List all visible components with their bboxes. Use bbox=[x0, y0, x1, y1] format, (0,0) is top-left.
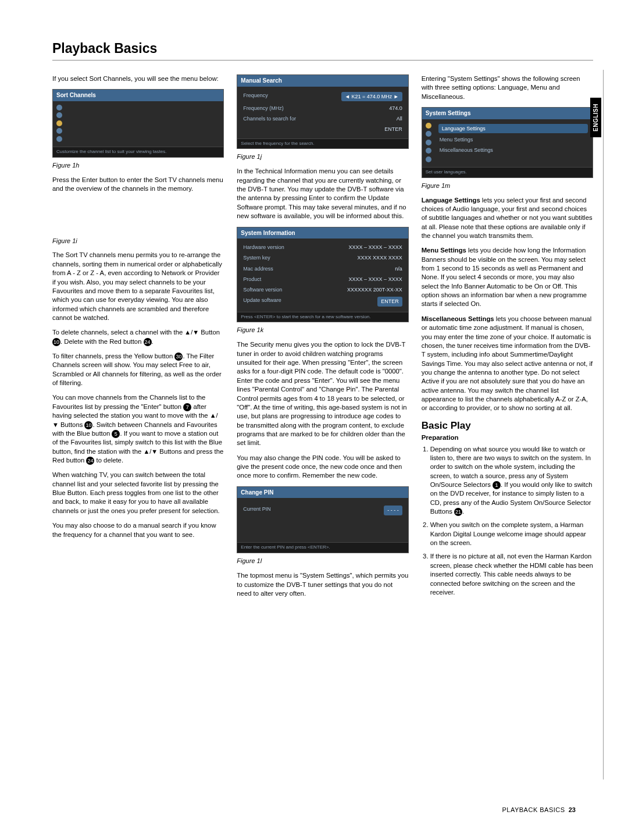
list-item: Depending on what source you would like … bbox=[430, 445, 593, 517]
screenshot-manual-search: Manual Search Frequency◄ K21 = 474.0 MHz… bbox=[237, 74, 408, 149]
text: lets you choose between manual or automa… bbox=[422, 315, 593, 412]
col1-1i-para1: The Sort TV channels menu permits you to… bbox=[52, 251, 224, 322]
callout-30: 30 bbox=[174, 353, 183, 361]
value: 474.0 bbox=[389, 105, 402, 112]
col1-intro: If you select Sort Channels, you will se… bbox=[52, 74, 224, 83]
label: Frequency bbox=[243, 92, 268, 101]
col2-p1k: The Security menu gives you the option t… bbox=[237, 340, 408, 447]
figure-1h-caption: Figure 1h bbox=[52, 161, 224, 170]
col1-filter-line: To filter channels, press the Yellow but… bbox=[52, 352, 224, 387]
figure-1l-caption: Figure 1l bbox=[237, 557, 408, 565]
label: Channels to search for bbox=[243, 115, 296, 122]
label: Current PIN bbox=[243, 506, 271, 515]
col2-p1j: In the Technical Information menu you ca… bbox=[237, 167, 408, 220]
callout-7: 7 bbox=[183, 403, 191, 411]
value: XXXX – XXXX – XXXX bbox=[349, 276, 402, 283]
text: To delete channels, select a channel wit… bbox=[52, 329, 184, 336]
col3-top: Entering "System Settings" shows the fol… bbox=[422, 74, 593, 101]
value: n/a bbox=[395, 265, 402, 272]
shot-tip: Press <ENTER> to start the search for a … bbox=[237, 312, 408, 322]
shot-header: Manual Search bbox=[237, 75, 408, 87]
misc-settings-para: Miscellaneous Settings lets you choose b… bbox=[422, 315, 593, 413]
shot-tip: Select the frequency for the search. bbox=[237, 138, 408, 149]
label: Product bbox=[243, 276, 261, 283]
columns: If you select Sort Channels, you will se… bbox=[52, 74, 593, 604]
label: Mac address bbox=[243, 265, 273, 272]
lead: Miscellaneous Settings bbox=[422, 315, 494, 322]
callout-24: 24 bbox=[144, 338, 152, 346]
text: lets you decide how long the Information… bbox=[422, 247, 587, 307]
screenshot-system-settings: System Settings Language Settings Menu S… bbox=[422, 107, 593, 177]
callout-10: 10 bbox=[52, 338, 60, 346]
freq-value: K21 = 474.0 MHz bbox=[351, 94, 392, 99]
list-item: Language Settings bbox=[438, 124, 588, 133]
figure-1j-caption: Figure 1j bbox=[237, 152, 408, 161]
text: You can move channels from the Channels … bbox=[52, 394, 205, 410]
value: XXXX XXXX XXXX bbox=[358, 254, 402, 261]
text: . Delete with the Red button bbox=[60, 338, 144, 345]
shot-header: Change PIN bbox=[237, 487, 408, 499]
text: Buttons bbox=[59, 421, 85, 428]
basic-play-heading: Basic Play bbox=[422, 419, 593, 432]
value: - - - - bbox=[384, 506, 402, 515]
menu-settings-para: Menu Settings lets you decide how long t… bbox=[422, 246, 593, 309]
value: ENTER bbox=[377, 297, 402, 306]
side-rule bbox=[603, 70, 604, 780]
arrow-icon: ▲/▼ bbox=[143, 448, 158, 455]
list-item: Menu Settings bbox=[438, 134, 588, 145]
shot-tip: Enter the current PIN and press <ENTER>. bbox=[237, 542, 408, 553]
value: All bbox=[397, 115, 402, 122]
figure-1k-caption: Figure 1k bbox=[237, 326, 408, 334]
shot-tip: Customize the channel list to suit your … bbox=[53, 147, 223, 157]
shot-header: System Settings bbox=[422, 108, 593, 119]
shot-header: System Information bbox=[237, 227, 408, 239]
col1-watching-tv: When watching TV, you can switch between… bbox=[52, 471, 224, 515]
value: ENTER bbox=[384, 126, 402, 133]
shot-header: Sort Channels bbox=[53, 90, 223, 101]
arrow-icon: ▲/▼ bbox=[184, 329, 199, 336]
label: System key bbox=[243, 254, 270, 261]
col1-delete-line: To delete channels, select a channel wit… bbox=[52, 328, 224, 346]
shot-dots bbox=[426, 123, 433, 162]
text: To filter channels, press the Yellow but… bbox=[52, 353, 174, 360]
text: Button bbox=[201, 329, 220, 336]
callout-21: 21 bbox=[454, 508, 462, 516]
title-rule bbox=[52, 60, 593, 60]
callout-24b: 24 bbox=[86, 457, 94, 465]
column-1: If you select Sort Channels, you will se… bbox=[52, 74, 224, 604]
value: XXXX – XXXX – XXXX bbox=[349, 244, 402, 251]
shot-tip: Set user languages. bbox=[422, 167, 593, 177]
col2-p1l: The topmost menu is "System Settings", w… bbox=[237, 571, 408, 598]
value: ◄ K21 = 474.0 MHz ► bbox=[341, 92, 402, 101]
col1-manual-search-note: You may also choose to do a manual searc… bbox=[52, 521, 224, 539]
column-3: Entering "System Settings" shows the fol… bbox=[422, 74, 593, 604]
lead: Language Settings bbox=[422, 197, 480, 204]
col2-p1k2: You may also change the PIN code. You wi… bbox=[237, 454, 408, 480]
text: to delete. bbox=[94, 457, 123, 464]
list-item: Miscellaneous Settings bbox=[438, 145, 588, 155]
preparation-heading: Preparation bbox=[422, 433, 593, 443]
page-footer: PLAYBACK BASICS 23 bbox=[502, 806, 576, 813]
list-item: When you switch on the complete system, … bbox=[430, 521, 593, 547]
screenshot-system-info: System Information Hardware versionXXXX … bbox=[237, 227, 408, 323]
value: XXXXXXX 200T-XX-XX bbox=[347, 286, 402, 293]
col1-after-1h: Press the Enter button to enter the Sort… bbox=[52, 176, 224, 194]
preparation-list: Depending on what source you would like … bbox=[422, 445, 593, 597]
language-settings-para: Language Settings lets you select your f… bbox=[422, 196, 593, 241]
col1-move-line: You can move channels from the Channels … bbox=[52, 393, 224, 465]
page-title: Playback Basics bbox=[52, 41, 593, 56]
text: . bbox=[152, 338, 154, 345]
screenshot-change-pin: Change PIN Current PIN- - - - Enter the … bbox=[237, 486, 408, 553]
list-item: If there is no picture at all, not even … bbox=[430, 552, 593, 597]
footer-label: PLAYBACK BASICS bbox=[502, 806, 565, 813]
callout-5: 5 bbox=[112, 430, 120, 438]
label: Update software bbox=[243, 297, 281, 306]
screenshot-sort-channels: Sort Channels Customize the channel list… bbox=[52, 89, 224, 157]
lead: Menu Settings bbox=[422, 247, 466, 254]
callout-10b: 10 bbox=[84, 421, 92, 429]
callout-1: 1 bbox=[493, 481, 501, 489]
label: Software version bbox=[243, 286, 282, 293]
figure-1m-caption: Figure 1m bbox=[422, 181, 593, 190]
figure-1i-caption: Figure 1i bbox=[52, 237, 224, 245]
column-2: Manual Search Frequency◄ K21 = 474.0 MHz… bbox=[237, 74, 408, 604]
